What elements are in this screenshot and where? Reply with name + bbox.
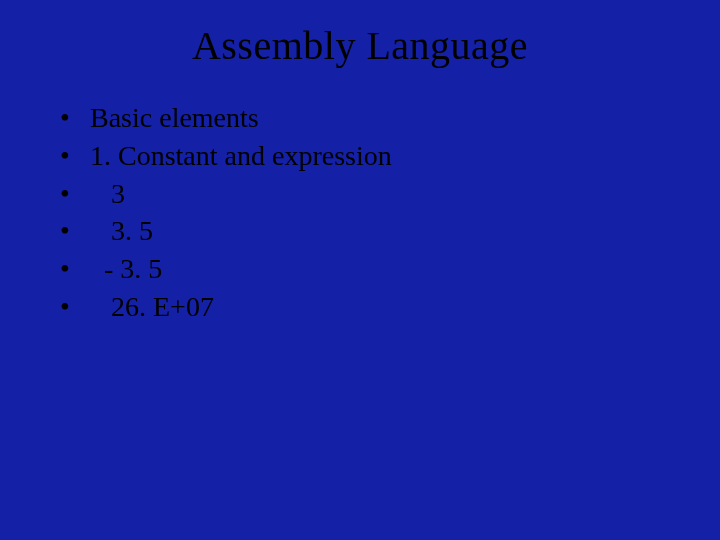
slide: Assembly Language • Basic elements • 1. …	[0, 0, 720, 540]
bullet-text: 3	[90, 175, 125, 213]
slide-title: Assembly Language	[0, 22, 720, 69]
bullet-text: 3. 5	[90, 212, 153, 250]
bullet-text: Basic elements	[90, 99, 259, 137]
bullet-icon: •	[60, 212, 90, 250]
bullet-icon: •	[60, 137, 90, 175]
bullet-item: • Basic elements	[60, 99, 720, 137]
bullet-text: - 3. 5	[90, 250, 162, 288]
bullet-icon: •	[60, 99, 90, 137]
bullet-icon: •	[60, 250, 90, 288]
bullet-text: 26. E+07	[90, 288, 214, 326]
slide-body: • Basic elements • 1. Constant and expre…	[0, 99, 720, 326]
bullet-item: • 3. 5	[60, 212, 720, 250]
bullet-item: • 26. E+07	[60, 288, 720, 326]
bullet-item: • 3	[60, 175, 720, 213]
bullet-icon: •	[60, 175, 90, 213]
bullet-item: • - 3. 5	[60, 250, 720, 288]
bullet-icon: •	[60, 288, 90, 326]
bullet-item: • 1. Constant and expression	[60, 137, 720, 175]
bullet-text: 1. Constant and expression	[90, 137, 392, 175]
